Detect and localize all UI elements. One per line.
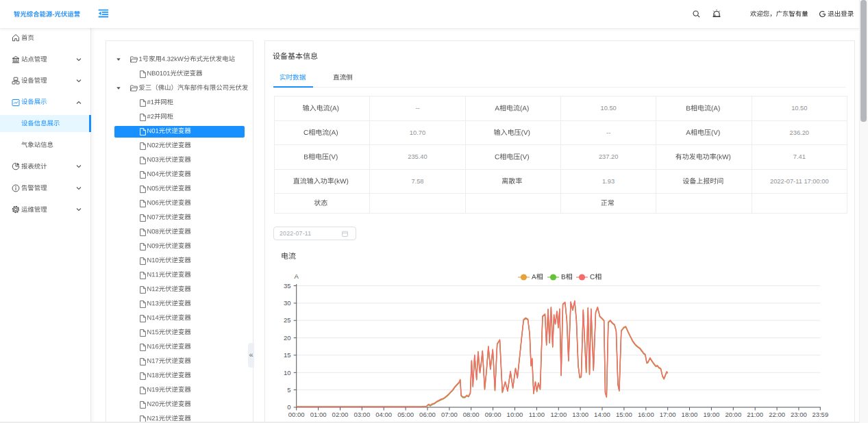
- svg-text:A: A: [295, 272, 299, 280]
- svg-text:07:00: 07:00: [441, 411, 458, 418]
- svg-text:10:00: 10:00: [507, 411, 523, 418]
- svg-text:18:00: 18:00: [682, 411, 698, 418]
- svg-text:15: 15: [284, 351, 291, 359]
- svg-text:01:00: 01:00: [310, 411, 327, 418]
- svg-text:00:00: 00:00: [288, 411, 305, 418]
- svg-text:17:00: 17:00: [660, 411, 676, 418]
- svg-text:12:00: 12:00: [550, 411, 567, 418]
- svg-text:02:00: 02:00: [332, 411, 349, 418]
- svg-text:5: 5: [287, 386, 290, 394]
- svg-text:30: 30: [284, 299, 291, 307]
- svg-text:23:00: 23:00: [791, 411, 807, 418]
- svg-text:05:00: 05:00: [397, 411, 414, 418]
- svg-text:20: 20: [284, 334, 291, 342]
- svg-text:25: 25: [284, 316, 291, 324]
- svg-text:03:00: 03:00: [354, 411, 370, 418]
- svg-text:13:00: 13:00: [572, 411, 588, 418]
- svg-text:08:00: 08:00: [463, 411, 480, 418]
- svg-text:04:00: 04:00: [375, 411, 392, 418]
- svg-text:23:59: 23:59: [812, 411, 828, 418]
- svg-text:14:00: 14:00: [594, 411, 610, 418]
- svg-text:16:00: 16:00: [638, 411, 654, 418]
- svg-text:11:00: 11:00: [529, 411, 545, 418]
- svg-text:21:00: 21:00: [747, 411, 763, 418]
- svg-text:35: 35: [284, 282, 291, 290]
- svg-text:15:00: 15:00: [616, 411, 632, 418]
- svg-text:19:00: 19:00: [704, 411, 720, 418]
- svg-text:06:00: 06:00: [419, 411, 436, 418]
- svg-text:10: 10: [284, 369, 291, 376]
- svg-text:09:00: 09:00: [485, 411, 501, 418]
- svg-text:20:00: 20:00: [725, 411, 741, 418]
- svg-text:22:00: 22:00: [769, 411, 785, 418]
